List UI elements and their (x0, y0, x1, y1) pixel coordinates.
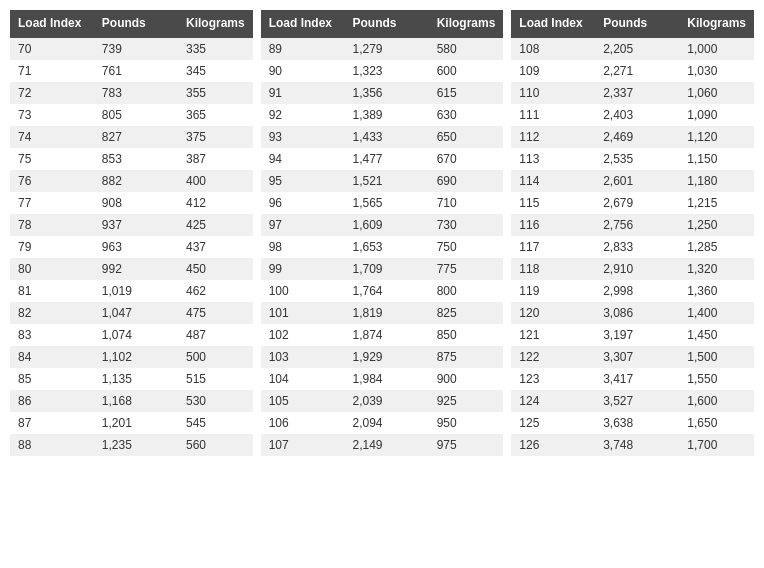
header-load-index-1: Load Index (10, 10, 94, 38)
cell-7-1: 1,565 (344, 192, 428, 214)
cell-12-2: 1,400 (679, 302, 754, 324)
header-pounds-2: Pounds (344, 10, 428, 38)
cell-7-0: 96 (261, 192, 345, 214)
table-row: 951,521690 (261, 170, 504, 192)
table-row: 851,135515 (10, 368, 253, 390)
cell-5-1: 1,477 (344, 148, 428, 170)
cell-5-1: 2,535 (595, 148, 679, 170)
cell-4-1: 2,469 (595, 126, 679, 148)
cell-15-0: 85 (10, 368, 94, 390)
cell-15-1: 3,417 (595, 368, 679, 390)
cell-17-1: 2,094 (344, 412, 428, 434)
cell-4-0: 93 (261, 126, 345, 148)
cell-6-2: 1,180 (679, 170, 754, 192)
cell-17-0: 87 (10, 412, 94, 434)
table-row: 1132,5351,150 (511, 148, 754, 170)
table-row: 71761345 (10, 60, 253, 82)
table-row: 941,477670 (261, 148, 504, 170)
table-row: 78937425 (10, 214, 253, 236)
cell-11-0: 119 (511, 280, 595, 302)
cell-4-0: 74 (10, 126, 94, 148)
cell-6-1: 2,601 (595, 170, 679, 192)
table-row: 1082,2051,000 (511, 38, 754, 60)
cell-17-2: 545 (178, 412, 253, 434)
cell-14-0: 122 (511, 346, 595, 368)
cell-2-2: 355 (178, 82, 253, 104)
cell-8-1: 937 (94, 214, 178, 236)
cell-8-2: 730 (429, 214, 504, 236)
load-index-table-2: Load IndexPoundsKilograms891,279580901,3… (261, 10, 504, 456)
table-row: 1001,764800 (261, 280, 504, 302)
cell-1-2: 345 (178, 60, 253, 82)
table-row: 1192,9981,360 (511, 280, 754, 302)
table-row: 1052,039925 (261, 390, 504, 412)
table-row: 1112,4031,090 (511, 104, 754, 126)
cell-15-1: 1,135 (94, 368, 178, 390)
cell-7-1: 2,679 (595, 192, 679, 214)
cell-3-2: 365 (178, 104, 253, 126)
cell-10-0: 80 (10, 258, 94, 280)
table-row: 991,709775 (261, 258, 504, 280)
cell-11-2: 1,360 (679, 280, 754, 302)
cell-13-0: 121 (511, 324, 595, 346)
cell-6-0: 95 (261, 170, 345, 192)
cell-8-1: 2,756 (595, 214, 679, 236)
cell-16-2: 530 (178, 390, 253, 412)
cell-17-1: 1,201 (94, 412, 178, 434)
table-row: 911,356615 (261, 82, 504, 104)
cell-12-0: 82 (10, 302, 94, 324)
cell-1-0: 71 (10, 60, 94, 82)
cell-13-1: 1,874 (344, 324, 428, 346)
cell-18-1: 3,748 (595, 434, 679, 456)
header-load-index-3: Load Index (511, 10, 595, 38)
table-row: 981,653750 (261, 236, 504, 258)
cell-18-2: 975 (429, 434, 504, 456)
cell-17-2: 950 (429, 412, 504, 434)
cell-0-1: 739 (94, 38, 178, 60)
table-row: 74827375 (10, 126, 253, 148)
table-row: 1031,929875 (261, 346, 504, 368)
cell-14-1: 1,102 (94, 346, 178, 368)
cell-4-0: 112 (511, 126, 595, 148)
cell-12-0: 101 (261, 302, 345, 324)
cell-6-2: 690 (429, 170, 504, 192)
cell-14-1: 1,929 (344, 346, 428, 368)
table-row: 79963437 (10, 236, 253, 258)
cell-0-0: 89 (261, 38, 345, 60)
cell-14-2: 1,500 (679, 346, 754, 368)
cell-4-1: 1,433 (344, 126, 428, 148)
cell-10-0: 99 (261, 258, 345, 280)
table-row: 1152,6791,215 (511, 192, 754, 214)
cell-0-2: 580 (429, 38, 504, 60)
cell-15-2: 1,550 (679, 368, 754, 390)
cell-9-1: 2,833 (595, 236, 679, 258)
table-row: 76882400 (10, 170, 253, 192)
cell-12-1: 1,819 (344, 302, 428, 324)
cell-13-0: 83 (10, 324, 94, 346)
cell-5-2: 670 (429, 148, 504, 170)
cell-2-1: 2,337 (595, 82, 679, 104)
cell-0-0: 70 (10, 38, 94, 60)
cell-9-2: 437 (178, 236, 253, 258)
cell-1-1: 1,323 (344, 60, 428, 82)
table-row: 1122,4691,120 (511, 126, 754, 148)
cell-10-1: 1,709 (344, 258, 428, 280)
cell-9-1: 1,653 (344, 236, 428, 258)
table-row: 841,102500 (10, 346, 253, 368)
table-row: 901,323600 (261, 60, 504, 82)
cell-11-1: 1,019 (94, 280, 178, 302)
cell-13-1: 1,074 (94, 324, 178, 346)
cell-5-0: 94 (261, 148, 345, 170)
cell-12-0: 120 (511, 302, 595, 324)
cell-2-0: 110 (511, 82, 595, 104)
cell-2-0: 91 (261, 82, 345, 104)
cell-6-1: 1,521 (344, 170, 428, 192)
cell-15-2: 900 (429, 368, 504, 390)
table-row: 77908412 (10, 192, 253, 214)
table-row: 1072,149975 (261, 434, 504, 456)
cell-12-1: 3,086 (595, 302, 679, 324)
cell-5-2: 1,150 (679, 148, 754, 170)
cell-2-0: 72 (10, 82, 94, 104)
cell-15-0: 104 (261, 368, 345, 390)
cell-16-1: 2,039 (344, 390, 428, 412)
